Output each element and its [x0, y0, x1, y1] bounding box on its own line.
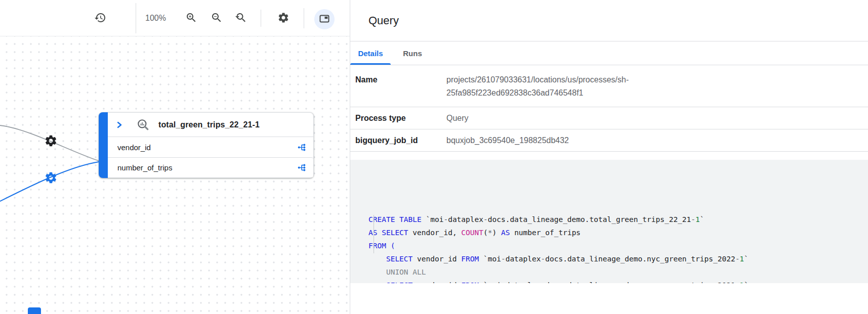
detail-row-process-type: Process type Query	[350, 107, 868, 129]
dataplex-lineage-screen: 100%	[0, 0, 868, 314]
bigquery-table-icon	[137, 118, 150, 131]
tab-runs[interactable]: Runs	[391, 41, 434, 65]
lineage-fanout-icon[interactable]	[298, 163, 306, 172]
lineage-graph-region: 100%	[0, 0, 350, 314]
node-header[interactable]: total_green_trips_22_21-1	[108, 113, 313, 137]
process-node-gear-icon[interactable]	[44, 134, 58, 148]
toolbar-divider	[261, 10, 261, 27]
toggle-side-panel-icon	[318, 13, 330, 26]
process-node-gear-icon-selected[interactable]	[44, 171, 58, 185]
sql-code-lines: CREATE TABLE `moi-dataplex-docs.data_lin…	[368, 213, 858, 283]
zoom-reset-icon	[234, 12, 246, 25]
sql-line: FROM (	[368, 239, 858, 252]
zoom-reset-button[interactable]	[229, 7, 252, 29]
detail-value-line: 25fa985f223ed692838c36ad746548f1	[446, 86, 629, 100]
node-selected-bar	[99, 112, 108, 178]
toolbar-divider	[136, 3, 136, 33]
detail-row-name: Name projects/261079033631/locations/us/…	[350, 65, 868, 107]
zoom-out-button[interactable]	[205, 7, 228, 29]
zoom-level-label: 100%	[145, 0, 166, 36]
node-title: total_green_trips_22_21-1	[158, 120, 260, 129]
details-side-panel: Query Details Runs Name projects/2610790…	[350, 0, 868, 314]
lineage-canvas[interactable]: total_green_trips_22_21-1 vendor_id numb…	[0, 36, 350, 314]
panel-title: Query	[368, 14, 399, 27]
detail-label: Process type	[355, 114, 446, 123]
code-indent-guide	[374, 215, 374, 253]
detail-value: Query	[446, 114, 469, 123]
sql-line: SELECT vendor_id FROM `moi-dataplex-docs…	[368, 279, 858, 283]
history-icon	[94, 12, 106, 25]
expand-chevron-icon[interactable]	[115, 121, 123, 129]
sql-line: SELECT vendor_id FROM `moi-dataplex-docs…	[368, 252, 858, 265]
detail-label: bigquery_job_id	[355, 136, 446, 145]
offscreen-node-fragment	[28, 307, 41, 314]
panel-tabs: Details Runs	[350, 41, 868, 65]
toggle-side-panel-button[interactable]	[314, 9, 335, 29]
toolbar-divider	[304, 8, 304, 28]
detail-value: bquxjob_3c69540e_198825db432	[446, 136, 569, 145]
sql-line: UNION ALL	[368, 265, 858, 279]
node-field-row[interactable]: number_of_trips	[108, 157, 313, 177]
zoom-in-icon	[185, 12, 197, 25]
node-field-row[interactable]: vendor_id	[108, 137, 313, 157]
settings-gear-icon	[277, 12, 290, 25]
detail-value-line: projects/261079033631/locations/us/proce…	[446, 73, 629, 86]
field-name: vendor_id	[117, 143, 151, 152]
tab-details[interactable]: Details	[350, 41, 391, 65]
sql-line: AS SELECT vendor_id, COUNT(*) AS number_…	[368, 226, 858, 239]
zoom-out-icon	[211, 12, 223, 25]
history-button[interactable]	[89, 7, 111, 29]
zoom-in-button[interactable]	[180, 7, 202, 29]
detail-label: Name	[355, 73, 446, 100]
graph-settings-button[interactable]	[272, 7, 295, 29]
lineage-fanout-icon[interactable]	[298, 143, 306, 152]
lineage-node-table[interactable]: total_green_trips_22_21-1 vendor_id numb…	[99, 112, 314, 178]
sql-line: CREATE TABLE `moi-dataplex-docs.data_lin…	[368, 213, 858, 226]
detail-value: projects/261079033631/locations/us/proce…	[446, 73, 629, 100]
sql-query-code: CREATE TABLE `moi-dataplex-docs.data_lin…	[350, 160, 868, 283]
field-name: number_of_trips	[117, 163, 172, 172]
panel-header: Query	[350, 0, 868, 41]
detail-row-bigquery-job-id: bigquery_job_id bquxjob_3c69540e_198825d…	[350, 129, 868, 152]
graph-toolbar: 100%	[0, 0, 350, 36]
